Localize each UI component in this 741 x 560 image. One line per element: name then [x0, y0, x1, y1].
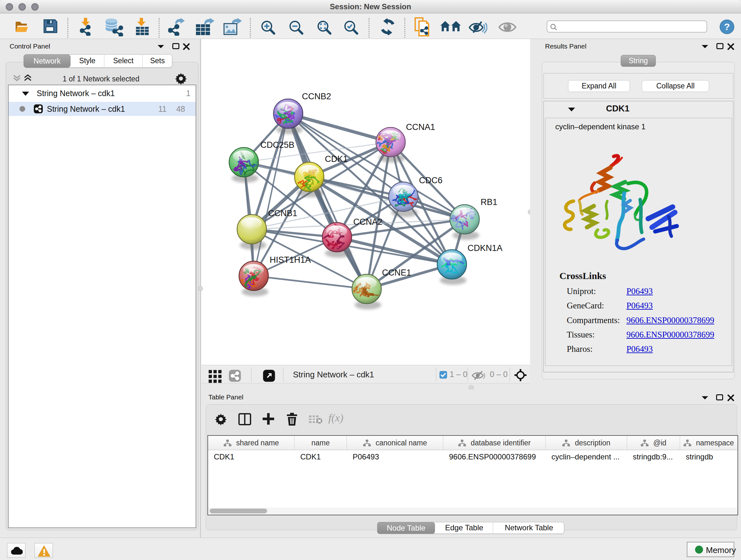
svg-text:?: ?	[724, 21, 730, 32]
svg-text:CCNA1: CCNA1	[406, 122, 435, 132]
svg-text:CCNA2: CCNA2	[353, 217, 383, 227]
svg-text:CCNB1: CCNB1	[268, 208, 297, 218]
svg-text:CDKN1A: CDKN1A	[468, 243, 502, 253]
svg-text:RB1: RB1	[481, 197, 497, 207]
svg-text:CDK1: CDK1	[325, 154, 348, 164]
svg-text:HIST1H1A: HIST1H1A	[270, 255, 311, 265]
svg-text:CCNE1: CCNE1	[382, 268, 411, 277]
svg-text:CCNB2: CCNB2	[302, 91, 331, 101]
svg-text:CDC6: CDC6	[419, 176, 443, 185]
svg-text:CDC25B: CDC25B	[260, 140, 294, 150]
